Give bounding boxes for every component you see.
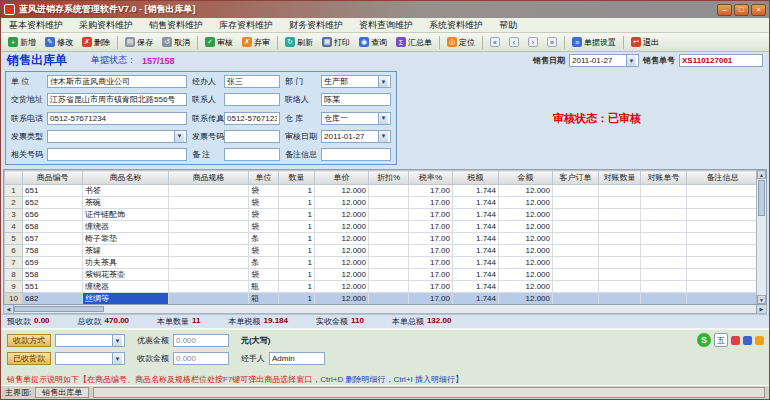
new-button[interactable]: +新增	[4, 35, 40, 50]
table-cell[interactable]	[687, 257, 759, 269]
maximize-button[interactable]: □	[734, 4, 749, 16]
table-cell[interactable]: 1	[279, 233, 315, 245]
row-number-cell[interactable]: 4	[5, 221, 23, 233]
save-button[interactable]: ▤保存	[121, 35, 157, 50]
table-cell[interactable]	[641, 209, 687, 221]
row-number-cell[interactable]: 11	[5, 305, 23, 306]
contact2-field[interactable]: 陈某	[321, 93, 391, 106]
menu-query-data[interactable]: 资料查询维护	[351, 18, 421, 32]
table-cell[interactable]	[599, 257, 641, 269]
sales-date-select[interactable]: 2011-01-27▼	[569, 54, 639, 67]
table-cell[interactable]: 1	[279, 197, 315, 209]
table-cell[interactable]	[687, 185, 759, 197]
table-cell[interactable]: 17.00	[409, 293, 453, 305]
remark-field[interactable]	[224, 148, 280, 161]
table-cell[interactable]	[599, 293, 641, 305]
table-cell[interactable]: 12.000	[315, 281, 369, 293]
search-button[interactable]: ◉查询	[355, 35, 391, 50]
table-row[interactable]: 9551缠绕器瓶112.00017.001.74412.000	[5, 281, 759, 293]
chevron-down-icon[interactable]: ▼	[378, 76, 388, 87]
last-record-button[interactable]: »	[543, 35, 561, 49]
delete-button[interactable]: ✗删除	[78, 35, 114, 50]
scroll-up-icon[interactable]: ▲	[757, 170, 766, 179]
table-cell[interactable]: 证件链配饰	[83, 209, 169, 221]
table-cell[interactable]	[641, 233, 687, 245]
payment-method-select[interactable]: ▼	[55, 334, 125, 347]
table-cell[interactable]	[369, 221, 409, 233]
refresh-button[interactable]: ↻刷新	[281, 35, 317, 50]
menu-help[interactable]: 帮助	[491, 18, 525, 32]
table-row[interactable]: 3656证件链配饰袋112.00017.001.74412.000	[5, 209, 759, 221]
table-cell[interactable]: 袋	[249, 269, 279, 281]
table-cell[interactable]	[641, 293, 687, 305]
table-row[interactable]: 5657椅子靠垫条112.00017.001.74412.000	[5, 233, 759, 245]
table-cell[interactable]: 17.00	[409, 245, 453, 257]
table-cell[interactable]: 12.000	[315, 185, 369, 197]
fax-field[interactable]: 0512-57671234	[224, 112, 280, 125]
remark-info-field[interactable]	[321, 148, 391, 161]
table-cell[interactable]	[369, 257, 409, 269]
table-cell[interactable]	[599, 245, 641, 257]
table-cell[interactable]: 12.000	[499, 305, 553, 306]
table-cell[interactable]: 12.000	[499, 209, 553, 221]
table-cell[interactable]	[641, 281, 687, 293]
cancel-button[interactable]: ↺取消	[158, 35, 194, 50]
table-cell[interactable]	[553, 281, 599, 293]
table-cell[interactable]: 658	[23, 221, 83, 233]
contact-field[interactable]	[224, 93, 280, 106]
table-cell[interactable]	[369, 269, 409, 281]
locate-button[interactable]: ◎定位	[443, 35, 479, 50]
table-cell[interactable]	[369, 293, 409, 305]
table-cell[interactable]: 12.000	[499, 245, 553, 257]
table-cell[interactable]: 功夫茶具	[83, 257, 169, 269]
table-cell[interactable]	[553, 245, 599, 257]
table-cell[interactable]	[169, 221, 249, 233]
sales-no-field[interactable]: XS110127001	[679, 54, 763, 67]
col-remark[interactable]: 备注信息	[687, 171, 759, 185]
table-cell[interactable]	[687, 269, 759, 281]
table-cell[interactable]: 1.744	[453, 293, 499, 305]
table-cell[interactable]: 1.744	[453, 209, 499, 221]
table-cell[interactable]: 657	[23, 233, 83, 245]
table-cell[interactable]: 17.00	[409, 209, 453, 221]
table-cell[interactable]	[369, 197, 409, 209]
table-cell[interactable]	[599, 185, 641, 197]
table-cell[interactable]: 12.000	[315, 245, 369, 257]
table-cell[interactable]: 缠绕器	[83, 221, 169, 233]
table-cell[interactable]	[369, 305, 409, 306]
table-cell[interactable]	[553, 185, 599, 197]
minimize-button[interactable]: –	[717, 4, 732, 16]
menu-inventory-data[interactable]: 库存资料维护	[211, 18, 281, 32]
table-cell[interactable]: 丝绸等	[83, 293, 169, 305]
customer-field[interactable]: 佳木斯市蓝风商业公司	[47, 75, 187, 88]
vscroll-thumb[interactable]	[758, 180, 765, 216]
table-cell[interactable]: 袋	[249, 221, 279, 233]
chevron-down-icon[interactable]: ▼	[378, 113, 388, 124]
col-unit-price[interactable]: 单价	[315, 171, 369, 185]
table-cell[interactable]	[553, 233, 599, 245]
table-cell[interactable]: 瓶	[249, 281, 279, 293]
table-cell[interactable]: 1.744	[453, 305, 499, 306]
table-cell[interactable]: 17.00	[409, 197, 453, 209]
received-loan-select[interactable]: ▼	[55, 352, 125, 365]
table-cell[interactable]	[553, 209, 599, 221]
table-cell[interactable]: 袋	[249, 245, 279, 257]
table-cell[interactable]	[169, 233, 249, 245]
table-cell[interactable]	[687, 293, 759, 305]
table-row[interactable]: 8558紫铜花茶壶袋112.00017.001.74412.000	[5, 269, 759, 281]
discount-amount-field[interactable]: 0.000	[173, 334, 229, 347]
col-recon-qty[interactable]: 对账数量	[599, 171, 641, 185]
table-cell[interactable]	[599, 233, 641, 245]
table-cell[interactable]: 1.744	[453, 197, 499, 209]
horizontal-scrollbar[interactable]: ◀ ▶	[3, 305, 767, 314]
table-cell[interactable]: 12.000	[499, 281, 553, 293]
col-unit[interactable]: 单位	[249, 171, 279, 185]
table-cell[interactable]	[687, 209, 759, 221]
chevron-down-icon[interactable]: ▼	[174, 131, 184, 142]
table-cell[interactable]	[369, 209, 409, 221]
table-cell[interactable]: 12.000	[499, 257, 553, 269]
table-cell[interactable]: 17.00	[409, 221, 453, 233]
table-cell[interactable]: 1	[279, 293, 315, 305]
table-cell[interactable]: 1	[279, 257, 315, 269]
table-cell[interactable]: 12.000	[315, 305, 369, 306]
